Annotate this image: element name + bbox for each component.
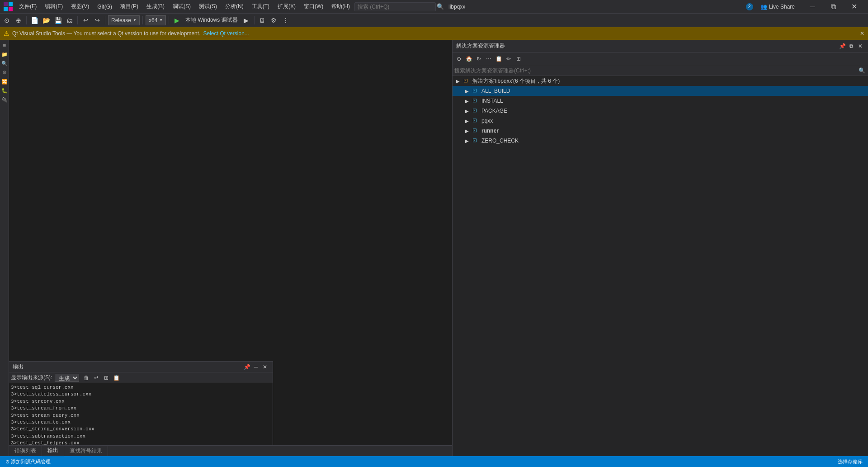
sol-tool-5[interactable]: 📋 — [494, 54, 503, 63]
menu-test[interactable]: 测试(S) — [195, 2, 221, 11]
tree-item-install[interactable]: ▶ ⊡ INSTALL — [453, 96, 868, 106]
output-filter-btn[interactable]: ⊞ — [102, 373, 111, 382]
sol-tool-7[interactable]: ⊞ — [514, 54, 523, 63]
config-dropdown[interactable]: Release ▼ — [108, 15, 140, 25]
main-toolbar: ⊙ ⊕ 📄 📂 💾 🗂 ↩ ↪ Release ▼ x64 ▼ ▶ 本地 Win… — [0, 14, 868, 27]
menu-help[interactable]: 帮助(H) — [328, 2, 354, 11]
sol-tool-6[interactable]: ✏ — [504, 54, 513, 63]
pqxx-expand-icon: ▶ — [465, 119, 472, 124]
toolbar-btn-extra[interactable]: ⚙ — [269, 15, 279, 25]
menu-tools[interactable]: 工具(T) — [248, 2, 273, 11]
global-search-input[interactable] — [354, 2, 436, 11]
menu-file[interactable]: 文件(F) — [15, 2, 40, 11]
activity-icon-4[interactable]: ⚙ — [1, 69, 8, 76]
svg-rect-2 — [4, 7, 8, 11]
menu-view[interactable]: 视图(V) — [67, 2, 93, 11]
solution-pin-btn[interactable]: 📌 — [838, 42, 846, 50]
output-source-select[interactable]: 生成 — [55, 374, 79, 382]
status-bar: ⊙ 添加到源代码管理 选择存储库 — [0, 456, 868, 467]
activity-icon-1[interactable]: ≡ — [1, 42, 8, 49]
new-file-btn[interactable]: 📄 — [29, 15, 39, 25]
config-arrow-icon: ▼ — [133, 18, 137, 22]
bottom-tab-bar: 错误列表 输出 查找符号结果 — [9, 445, 452, 456]
warning-text: Qt Visual Studio Tools — You must select… — [12, 30, 200, 37]
tab-find-results[interactable]: 查找符号结果 — [64, 446, 108, 457]
close-button[interactable]: ✕ — [844, 0, 864, 14]
activity-icon-7[interactable]: 🔌 — [1, 96, 8, 103]
solution-search-input[interactable] — [454, 67, 857, 74]
menu-build[interactable]: 生成(B) — [143, 2, 168, 11]
save-btn[interactable]: 💾 — [53, 15, 63, 25]
runner-icon: ⊡ — [472, 127, 480, 134]
toolbar-sep-5 — [169, 16, 169, 24]
minimize-button[interactable]: ─ — [802, 0, 823, 14]
solution-root-item[interactable]: ▶ ⊡ 解决方案'libpqxx'(6 个项目，共 6 个) — [453, 76, 868, 86]
live-share-button[interactable]: 👥 Live Share — [757, 3, 798, 11]
tab-output[interactable]: 输出 — [42, 446, 64, 457]
open-btn[interactable]: 📂 — [41, 15, 51, 25]
output-minimize-btn[interactable]: ─ — [252, 363, 260, 371]
activity-icon-5[interactable]: 🔀 — [1, 78, 8, 85]
warning-close-icon[interactable]: ✕ — [860, 30, 864, 37]
solution-close-btn[interactable]: ✕ — [856, 42, 864, 50]
activity-icon-2[interactable]: 📁 — [1, 51, 8, 58]
zerocheck-icon: ⊡ — [472, 137, 480, 144]
toolbar-btn-attach[interactable]: ▶ — [241, 15, 251, 25]
activity-icon-3[interactable]: 🔍 — [1, 60, 8, 67]
restore-button[interactable]: ⧉ — [823, 0, 844, 14]
solution-float-btn[interactable]: ⧉ — [847, 42, 855, 50]
toolbar-btn-device[interactable]: 🖥 — [257, 15, 267, 25]
menu-window[interactable]: 窗口(W) — [300, 2, 327, 11]
solution-search-icon[interactable]: 🔍 — [857, 66, 866, 75]
redo-btn[interactable]: ↪ — [92, 15, 102, 25]
menu-analyze[interactable]: 分析(N) — [222, 2, 247, 11]
menu-git[interactable]: Git(G) — [94, 3, 116, 11]
toolbar-btn-1[interactable]: ⊙ — [2, 15, 12, 25]
live-share-label: Live Share — [769, 4, 795, 10]
install-icon: ⊡ — [472, 97, 480, 105]
menu-project[interactable]: 项目(P) — [117, 2, 142, 11]
toolbar-btn-more[interactable]: ⋮ — [281, 15, 291, 25]
status-repo-label: 选择存储库 — [838, 458, 863, 465]
tree-item-pqxx[interactable]: ▶ ⊡ pqxx — [453, 116, 868, 126]
tree-item-allbuild[interactable]: ▶ ⊡ ALL_BUILD — [453, 86, 868, 96]
status-source-control[interactable]: ⊙ 添加到源代码管理 — [4, 456, 52, 467]
platform-arrow-icon: ▼ — [159, 18, 163, 22]
output-title-bar: 输出 📌 ─ ✕ — [9, 362, 273, 372]
output-panel: 输出 📌 ─ ✕ 显示输出来源(S): 生成 🗑 ↵ ⊞ 📋 3>test_sq… — [9, 361, 273, 456]
warning-link[interactable]: Select Qt version... — [203, 30, 249, 37]
menu-edit[interactable]: 编辑(E) — [41, 2, 66, 11]
package-label: PACKAGE — [481, 108, 507, 114]
output-wrap-btn[interactable]: ↵ — [92, 373, 101, 382]
toolbar-btn-2[interactable]: ⊕ — [14, 15, 24, 25]
tree-item-runner[interactable]: ▶ ⊡ runner — [453, 126, 868, 136]
editor-area: 输出 📌 ─ ✕ 显示输出来源(S): 生成 🗑 ↵ ⊞ 📋 3>test_sq… — [9, 40, 452, 456]
platform-dropdown[interactable]: x64 ▼ — [146, 15, 166, 25]
undo-btn[interactable]: ↩ — [80, 15, 90, 25]
menu-debug[interactable]: 调试(S) — [169, 2, 194, 11]
output-title: 输出 — [13, 363, 24, 371]
output-content[interactable]: 3>test_sql_cursor.cxx3>test_stateless_cu… — [9, 383, 273, 453]
toolbar-sep-3 — [105, 16, 105, 24]
notification-badge[interactable]: 2 — [746, 3, 753, 10]
sol-tool-4[interactable]: ⋯ — [484, 54, 493, 63]
status-repo-select[interactable]: 选择存储库 — [836, 456, 864, 467]
menu-extensions[interactable]: 扩展(X) — [274, 2, 299, 11]
title-bar: 文件(F) 编辑(E) 视图(V) Git(G) 项目(P) 生成(B) 调试(… — [0, 0, 868, 14]
activity-icon-6[interactable]: 🐛 — [1, 87, 8, 94]
output-clear-btn[interactable]: 🗑 — [82, 373, 91, 382]
solution-search-bar: 🔍 — [453, 65, 868, 76]
output-close-btn[interactable]: ✕ — [261, 363, 269, 371]
tab-error-list[interactable]: 错误列表 — [9, 446, 42, 457]
solution-panel-controls: 📌 ⧉ ✕ — [838, 42, 864, 50]
sol-tool-3[interactable]: ↻ — [474, 54, 483, 63]
save-all-btn[interactable]: 🗂 — [65, 15, 75, 25]
sol-tool-1[interactable]: ⊙ — [454, 54, 463, 63]
tree-item-package[interactable]: ▶ ⊡ PACKAGE — [453, 106, 868, 116]
output-pin-btn[interactable]: 📌 — [243, 363, 251, 371]
run-button[interactable]: ▶ — [172, 15, 182, 25]
toolbar-sep-6 — [254, 16, 255, 24]
sol-tool-2[interactable]: 🏠 — [464, 54, 473, 63]
tree-item-zerocheck[interactable]: ▶ ⊡ ZERO_CHECK — [453, 136, 868, 146]
output-copy-btn[interactable]: 📋 — [112, 373, 121, 382]
